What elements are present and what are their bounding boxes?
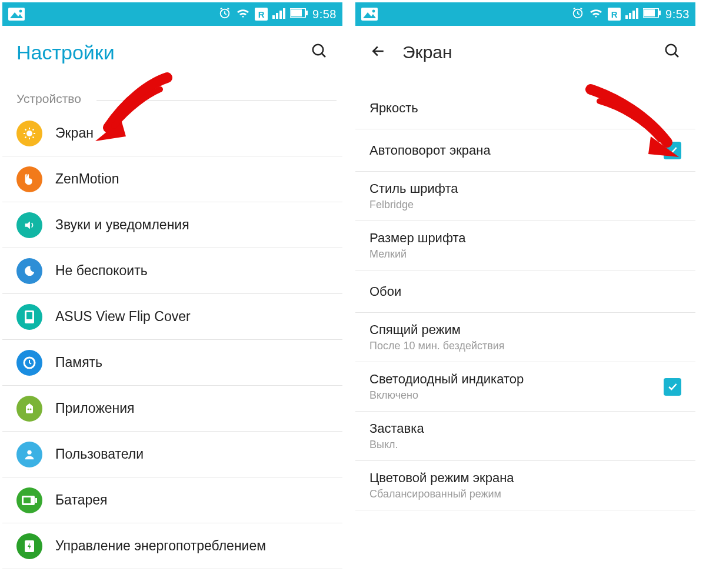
- back-button[interactable]: [369, 42, 387, 62]
- svg-rect-29: [629, 13, 631, 19]
- row-title: Светодиодный индикатор: [369, 372, 664, 387]
- clock-icon: [16, 350, 42, 376]
- r-badge-icon: R: [608, 8, 621, 21]
- row-label: Управление энергопотреблением: [55, 538, 266, 554]
- row-apps[interactable]: Приложения: [2, 386, 342, 432]
- speaker-icon: [16, 212, 42, 238]
- svg-rect-0: [8, 8, 25, 21]
- screenshot-settings: R 9:58 Настройки Устройство Экран ZenMot…: [2, 2, 342, 569]
- header: Экран: [355, 26, 695, 74]
- svg-rect-5: [276, 13, 278, 19]
- svg-rect-6: [279, 11, 282, 19]
- row-sound[interactable]: Звуки и уведомления: [2, 202, 342, 248]
- moon-icon: [16, 258, 42, 284]
- status-time: 9:58: [312, 8, 337, 21]
- row-title: Автоповорот экрана: [369, 143, 664, 158]
- screenshot-display-settings: R 9:53 Экран Яркость Автоповорот экрана: [355, 2, 695, 569]
- row-label: Батарея: [55, 492, 108, 508]
- row-autorotate[interactable]: Автоповорот экрана: [355, 129, 695, 172]
- row-zenmotion[interactable]: ZenMotion: [2, 156, 342, 202]
- row-title: Обои: [369, 284, 681, 299]
- r-badge-icon: R: [255, 8, 268, 21]
- gallery-icon: [8, 8, 25, 21]
- search-button[interactable]: [664, 42, 681, 62]
- row-label: Память: [55, 355, 102, 370]
- row-subtitle: Мелкий: [369, 248, 681, 260]
- checkbox-autorotate[interactable]: [664, 142, 681, 159]
- svg-rect-34: [659, 11, 661, 15]
- row-subtitle: После 10 мин. бездействия: [369, 340, 681, 352]
- status-bar: R 9:53: [355, 2, 695, 26]
- svg-point-26: [372, 10, 375, 13]
- row-subtitle: Выкл.: [369, 439, 681, 451]
- svg-point-17: [30, 408, 32, 410]
- row-title: Стиль шрифта: [369, 181, 681, 196]
- svg-rect-33: [644, 9, 655, 16]
- row-label: ZenMotion: [55, 171, 119, 187]
- row-colormode[interactable]: Цветовой режим экрана Сбалансированный р…: [355, 461, 695, 510]
- row-flipcover[interactable]: ASUS View Flip Cover: [2, 294, 342, 340]
- svg-point-18: [27, 450, 31, 454]
- row-subtitle: Включено: [369, 389, 664, 402]
- svg-rect-24: [361, 8, 378, 21]
- wifi-icon: [236, 7, 250, 22]
- gallery-icon: [361, 8, 378, 21]
- display-icon: [16, 121, 42, 146]
- svg-rect-28: [625, 15, 628, 19]
- svg-point-16: [28, 408, 29, 410]
- page-title: Настройки: [16, 41, 115, 64]
- row-display[interactable]: Экран: [2, 111, 342, 156]
- svg-rect-20: [35, 498, 37, 503]
- row-label: ASUS View Flip Cover: [55, 309, 191, 325]
- apps-icon: [16, 396, 42, 422]
- row-label: Экран: [55, 125, 94, 141]
- battery-icon: [290, 8, 308, 21]
- row-wallpaper[interactable]: Обои: [355, 270, 695, 313]
- row-led[interactable]: Светодиодный индикатор Включено: [355, 362, 695, 412]
- svg-rect-31: [636, 8, 638, 19]
- svg-point-2: [19, 10, 22, 13]
- row-fontsize[interactable]: Размер шрифта Мелкий: [355, 221, 695, 270]
- row-battery[interactable]: Батарея: [2, 477, 342, 523]
- row-title: Яркость: [369, 101, 681, 116]
- signal-icon: [625, 7, 638, 22]
- svg-rect-10: [306, 11, 308, 15]
- signal-icon: [272, 7, 285, 22]
- row-daydream[interactable]: Заставка Выкл.: [355, 412, 695, 461]
- row-title: Размер шрифта: [369, 230, 681, 246]
- header: Настройки: [2, 26, 342, 74]
- svg-rect-7: [283, 8, 285, 19]
- svg-rect-14: [26, 312, 32, 319]
- row-title: Цветовой режим экрана: [369, 470, 681, 486]
- row-title: Заставка: [369, 421, 681, 436]
- row-sleep[interactable]: Спящий режим После 10 мин. бездействия: [355, 313, 695, 362]
- checkbox-led[interactable]: [664, 378, 681, 396]
- svg-rect-30: [632, 11, 635, 19]
- row-dnd[interactable]: Не беспокоить: [2, 248, 342, 294]
- row-brightness[interactable]: Яркость: [355, 87, 695, 129]
- pointer-icon: [16, 166, 42, 192]
- svg-rect-9: [291, 9, 302, 16]
- row-subtitle: Felbridge: [369, 199, 681, 211]
- svg-rect-4: [272, 15, 275, 19]
- flip-icon: [16, 304, 42, 330]
- row-label: Приложения: [55, 400, 135, 416]
- section-label: Устройство: [16, 92, 81, 105]
- alarm-icon: [218, 6, 231, 22]
- row-power[interactable]: Управление энергопотреблением: [2, 523, 342, 569]
- row-memory[interactable]: Память: [2, 340, 342, 386]
- battery-icon: [643, 8, 661, 21]
- section-header-device: Устройство: [2, 74, 342, 111]
- row-label: Звуки и уведомления: [55, 217, 189, 233]
- row-fontstyle[interactable]: Стиль шрифта Felbridge: [355, 172, 695, 221]
- battery-icon: [16, 487, 42, 513]
- power-icon: [16, 533, 42, 559]
- svg-rect-21: [24, 497, 31, 503]
- row-subtitle: Сбалансированный режим: [369, 488, 681, 500]
- alarm-icon: [571, 6, 584, 22]
- svg-point-35: [666, 45, 677, 55]
- search-button[interactable]: [311, 42, 328, 62]
- status-bar: R 9:58: [2, 2, 342, 26]
- row-users[interactable]: Пользователи: [2, 432, 342, 477]
- row-title: Спящий режим: [369, 322, 681, 338]
